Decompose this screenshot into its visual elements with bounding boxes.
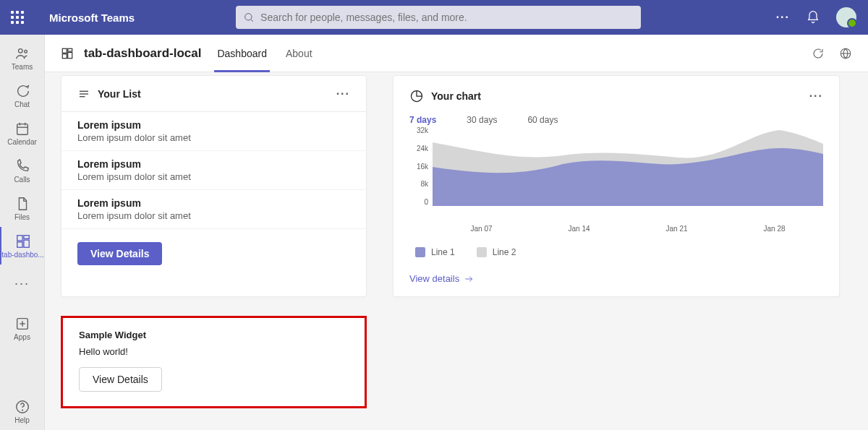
app-launcher-button[interactable] xyxy=(0,0,35,35)
list-item[interactable]: Lorem ipsum Lorem ipsum dolor sit amet xyxy=(61,151,366,190)
search-box[interactable] xyxy=(236,6,641,29)
svg-line-1 xyxy=(251,20,253,22)
content: Your List ··· Lorem ipsum Lorem ipsum do… xyxy=(45,72,868,430)
svg-rect-9 xyxy=(23,235,28,238)
help-icon xyxy=(14,399,30,415)
tab-about[interactable]: About xyxy=(283,35,315,72)
svg-rect-10 xyxy=(23,240,28,247)
svg-rect-11 xyxy=(17,241,22,246)
tab-dashboard[interactable]: Dashboard xyxy=(214,35,270,72)
top-bar: Microsoft Teams ··· xyxy=(0,0,868,35)
view-details-button[interactable]: View Details xyxy=(77,242,162,265)
svg-rect-17 xyxy=(62,48,67,53)
sample-widget: Sample Widget Hello world! View Details xyxy=(61,316,367,408)
chat-icon xyxy=(14,83,30,99)
app-rail: Teams Chat Calendar Calls Files tab-dash… xyxy=(0,35,45,430)
app-title: Microsoft Teams xyxy=(49,12,135,24)
more-button[interactable]: ··· xyxy=(776,11,790,24)
chart-legend: Line 1 Line 2 xyxy=(415,247,823,257)
chart-card-more-button[interactable]: ··· xyxy=(809,90,823,103)
tab-app-icon xyxy=(61,47,74,60)
chart-plot xyxy=(433,126,823,206)
files-icon xyxy=(14,196,30,212)
rail-item-calendar[interactable]: Calendar xyxy=(0,114,44,152)
chart-view-details-link[interactable]: View details xyxy=(409,273,474,284)
range-tab-60days[interactable]: 60 days xyxy=(527,115,558,125)
rail-item-calls[interactable]: Calls xyxy=(0,152,44,189)
arrow-right-icon xyxy=(464,274,474,284)
rail-item-teams[interactable]: Teams xyxy=(0,39,44,77)
tab-header: tab-dashboard-local Dashboard About xyxy=(45,35,868,72)
chart-x-axis: Jan 07 Jan 14 Jan 21 Jan 28 xyxy=(433,225,823,233)
list-card-more-button[interactable]: ··· xyxy=(336,87,350,100)
svg-point-2 xyxy=(18,48,22,53)
svg-rect-8 xyxy=(17,235,22,240)
range-tabs: 7 days 30 days 60 days xyxy=(409,115,823,125)
chart-card-title: Your chart xyxy=(431,90,481,102)
pie-chart-icon xyxy=(409,89,424,103)
rail-item-help[interactable]: Help xyxy=(0,392,44,430)
svg-point-16 xyxy=(22,410,22,410)
your-list-card: Your List ··· Lorem ipsum Lorem ipsum do… xyxy=(61,75,367,297)
teams-icon xyxy=(14,46,30,61)
more-icon: ··· xyxy=(14,276,30,291)
calls-icon xyxy=(14,158,30,174)
svg-rect-4 xyxy=(17,124,27,134)
svg-point-3 xyxy=(24,50,27,53)
list-card-title: Your List xyxy=(98,88,141,100)
rail-item-chat[interactable]: Chat xyxy=(0,77,44,114)
search-input[interactable] xyxy=(260,12,634,23)
sample-widget-title: Sample Widget xyxy=(79,330,349,340)
main-area: tab-dashboard-local Dashboard About Your… xyxy=(45,35,868,430)
waffle-icon xyxy=(11,11,24,24)
refresh-icon[interactable] xyxy=(812,47,825,60)
rail-item-files[interactable]: Files xyxy=(0,189,44,227)
calendar-icon xyxy=(14,121,30,137)
range-tab-7days[interactable]: 7 days xyxy=(409,115,436,125)
notifications-icon[interactable] xyxy=(806,10,820,25)
rail-item-tab-dashboard[interactable]: tab-dashbo... xyxy=(0,227,44,265)
list-item[interactable]: Lorem ipsum Lorem ipsum dolor sit amet xyxy=(61,112,366,151)
sample-widget-body: Hello world! xyxy=(79,346,349,357)
list-icon xyxy=(77,87,90,100)
svg-rect-19 xyxy=(68,52,72,58)
search-icon xyxy=(243,12,255,23)
svg-rect-18 xyxy=(68,48,72,51)
svg-point-0 xyxy=(245,14,252,20)
dashboard-icon xyxy=(15,233,31,249)
page-title: tab-dashboard-local xyxy=(84,46,201,61)
range-tab-30days[interactable]: 30 days xyxy=(467,115,497,125)
sample-view-details-button[interactable]: View Details xyxy=(79,367,162,392)
svg-rect-20 xyxy=(62,53,67,58)
list-item[interactable]: Lorem ipsum Lorem ipsum dolor sit amet xyxy=(61,190,366,229)
rail-item-more[interactable]: ··· xyxy=(0,265,44,302)
chart-y-axis: 32k 24k 16k 8k 0 xyxy=(409,126,433,206)
avatar[interactable] xyxy=(836,7,856,27)
globe-icon[interactable] xyxy=(839,47,852,60)
rail-item-apps[interactable]: Apps xyxy=(0,309,44,347)
your-chart-card: Your chart ··· 7 days 30 days 60 days 32… xyxy=(393,75,840,297)
apps-icon xyxy=(14,316,30,332)
